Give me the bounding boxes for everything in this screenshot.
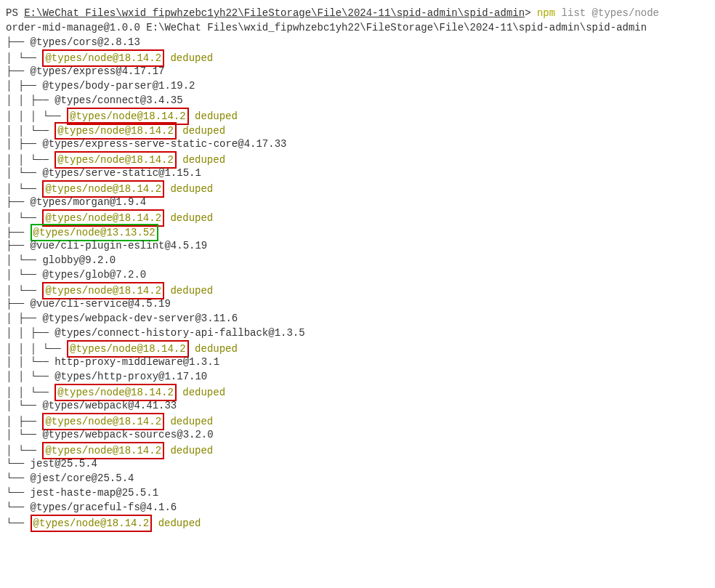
tree-line: └── @jest/core@25.5.4 bbox=[6, 471, 709, 486]
pkg-node18: @types/node@18.14.2 bbox=[70, 343, 186, 355]
pkg-node18: @types/node@18.14.2 bbox=[45, 445, 161, 456]
pkg-node18: @types/node@18.14.2 bbox=[45, 212, 161, 224]
tree-last: └── bbox=[31, 125, 55, 137]
tree-pipe: │ bbox=[6, 269, 18, 281]
pkg-morgan: @types/morgan@1.9.4 bbox=[31, 196, 147, 208]
tree-last: └── bbox=[31, 356, 55, 368]
tree-last: └── bbox=[42, 343, 67, 355]
terminal-output: PS E:\WeChat Files\wxid_fipwhzebc1yh22\F… bbox=[6, 6, 709, 529]
tree-branch: ├── bbox=[6, 36, 31, 48]
tree-branch: ├── bbox=[6, 298, 31, 310]
dedup-label: deduped bbox=[189, 343, 238, 355]
tree-line: ├── @types/morgan@1.9.4 bbox=[6, 195, 709, 209]
tree-last: └── bbox=[31, 387, 55, 398]
tree-branch: ├── bbox=[31, 327, 55, 339]
dedup-label: deduped bbox=[164, 212, 213, 224]
tree-line: ├── @types/express@4.17.17 bbox=[6, 64, 709, 78]
tree-pipe: │ bbox=[6, 138, 18, 150]
tree-last: └── bbox=[18, 183, 43, 195]
pkg-jhm: jest-haste-map@25.5.1 bbox=[31, 487, 158, 499]
tree-line: │ ├── @types/express-serve-static-core@4… bbox=[6, 137, 709, 151]
tree-line: │ └── @types/node@18.14.2 deduped bbox=[6, 282, 709, 297]
tree-pipe: │ │ bbox=[6, 387, 31, 398]
tree-line: └── @types/graceful-fs@4.1.6 bbox=[6, 500, 709, 515]
tree-pipe: │ bbox=[6, 52, 18, 64]
tree-branch: ├── bbox=[18, 80, 43, 92]
tree-pipe: │ │ bbox=[6, 327, 31, 339]
pkg-vue-eslint: @vue/cli-plugin-eslint@4.5.19 bbox=[31, 240, 208, 251]
pkg-node13: @types/node@13.13.52 bbox=[33, 227, 155, 238]
tree-last: └── bbox=[6, 487, 31, 499]
tree-last: └── bbox=[18, 212, 43, 224]
pkg-vue-service: @vue/cli-service@4.5.19 bbox=[31, 298, 171, 310]
tree-line: │ │ └── @types/node@18.14.2 deduped bbox=[6, 384, 709, 398]
tree-last: └── bbox=[6, 472, 31, 484]
pkg-servestatic: @types/serve-static@1.15.1 bbox=[42, 167, 201, 179]
tree-line: │ └── @types/node@18.14.2 deduped bbox=[6, 442, 709, 456]
tree-branch: ├── bbox=[18, 416, 43, 427]
tree-pipe: │ bbox=[6, 400, 18, 411]
tree-line: │ └── @types/node@18.14.2 deduped bbox=[6, 209, 709, 224]
prompt-line[interactable]: PS E:\WeChat Files\wxid_fipwhzebc1yh22\F… bbox=[6, 6, 709, 20]
header-dir: E:\WeChat Files\wxid_fipwhzebc1yh22\File… bbox=[140, 22, 647, 33]
tree-pipe: │ │ bbox=[6, 356, 31, 368]
tree-line: │ ├── @types/webpack-dev-server@3.11.6 bbox=[6, 311, 709, 326]
tree-last: └── bbox=[42, 110, 67, 122]
dedup-label: deduped bbox=[164, 285, 213, 297]
tree-last: └── bbox=[18, 285, 43, 297]
pkg-node18: @types/node@18.14.2 bbox=[45, 285, 161, 297]
tree-line: └── @types/node@18.14.2 deduped bbox=[6, 515, 709, 529]
dedup-label: deduped bbox=[189, 110, 238, 122]
tree-branch: ├── bbox=[6, 240, 31, 251]
pkg-jest: jest@25.5.4 bbox=[31, 458, 97, 470]
tree-branch: ├── bbox=[6, 227, 31, 238]
tree-line: │ └── @types/node@18.14.2 deduped bbox=[6, 49, 709, 64]
tree-pipe: │ │ │ bbox=[6, 343, 42, 355]
dedup-label: deduped bbox=[164, 445, 213, 456]
tree-line: │ │ ├── @types/connect@3.4.35 bbox=[6, 93, 709, 108]
tree-pipe: │ bbox=[6, 445, 18, 456]
pkg-node18: @types/node@18.14.2 bbox=[45, 52, 161, 64]
pkg-node18: @types/node@18.14.2 bbox=[57, 387, 174, 398]
cmd-arg: @types/node bbox=[586, 7, 659, 19]
prompt-path: E:\WeChat Files\wxid_fipwhzebc1yh22\File… bbox=[24, 7, 525, 19]
tree-pipe: │ bbox=[6, 254, 18, 266]
tree-last: └── bbox=[31, 371, 55, 382]
dedup-label: deduped bbox=[164, 183, 213, 195]
tree-last: └── bbox=[18, 429, 43, 440]
cmd-npm: npm bbox=[537, 7, 555, 19]
tree-pipe: │ bbox=[6, 429, 18, 440]
dedup-label: deduped bbox=[177, 154, 225, 166]
pkg-chaf: @types/connect-history-api-fallback@1.3.… bbox=[54, 327, 304, 339]
dedup-label: deduped bbox=[164, 416, 213, 427]
tree-branch: ├── bbox=[6, 196, 31, 208]
tree-pipe: │ │ bbox=[6, 94, 31, 106]
tree-line: │ └── @types/webpack-sources@3.2.0 bbox=[6, 427, 709, 442]
pkg-bodyparser: @types/body-parser@1.19.2 bbox=[42, 80, 195, 92]
pkg-node18: @types/node@18.14.2 bbox=[57, 125, 174, 137]
tree-line: │ ├── @types/body-parser@1.19.2 bbox=[6, 78, 709, 93]
tree-last: └── bbox=[6, 458, 31, 470]
tree-last: └── bbox=[18, 445, 43, 456]
tree-last: └── bbox=[6, 502, 31, 513]
tree-line: │ │ ├── @types/connect-history-api-fallb… bbox=[6, 326, 709, 340]
cmd-list: list bbox=[555, 7, 586, 19]
tree-line: │ │ │ └── @types/node@18.14.2 deduped bbox=[6, 340, 709, 355]
tree-line: │ ├── @types/node@18.14.2 deduped bbox=[6, 413, 709, 427]
tree-last: └── bbox=[18, 167, 43, 179]
tree-pipe: │ bbox=[6, 183, 18, 195]
tree-pipe: │ bbox=[6, 167, 18, 179]
tree-line: │ │ └── @types/node@18.14.2 deduped bbox=[6, 122, 709, 137]
tree-line: │ └── @types/webpack@4.41.33 bbox=[6, 398, 709, 413]
tree-branch: ├── bbox=[18, 313, 43, 324]
pkg-connect: @types/connect@3.4.35 bbox=[54, 94, 182, 106]
dedup-label: deduped bbox=[177, 387, 225, 398]
tree-line: ├── @types/cors@2.8.13 bbox=[6, 35, 709, 49]
tree-last: └── bbox=[18, 52, 43, 64]
tree-line: ├── @vue/cli-service@4.5.19 bbox=[6, 297, 709, 311]
tree-branch: ├── bbox=[31, 94, 55, 106]
ps-label: PS bbox=[6, 7, 24, 19]
tree-pipe: │ bbox=[6, 80, 18, 92]
tree-last: └── bbox=[18, 400, 43, 411]
tree-branch: ├── bbox=[18, 138, 43, 150]
